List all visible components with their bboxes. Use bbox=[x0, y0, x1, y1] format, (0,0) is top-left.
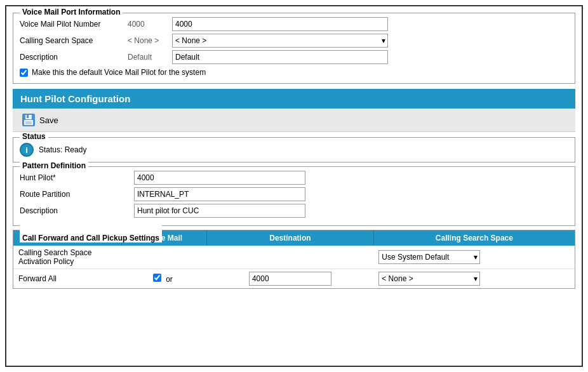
row1-css-cell: Use System Default bbox=[373, 246, 575, 269]
description-label: Description bbox=[20, 53, 128, 62]
pilot-number-input[interactable] bbox=[172, 17, 388, 31]
row1-css-select[interactable]: Use System Default bbox=[378, 250, 480, 264]
row1-label: Calling Search Space Activation Policy bbox=[13, 246, 121, 269]
svg-rect-4 bbox=[25, 121, 32, 124]
or-text: or bbox=[166, 275, 173, 284]
status-section: Status i Status: Ready bbox=[13, 137, 575, 163]
calling-search-space-select[interactable]: < None > bbox=[172, 34, 388, 48]
status-text: Status: Ready bbox=[39, 145, 86, 154]
default-pilot-label: Make this the default Voice Mail Pilot f… bbox=[32, 68, 206, 77]
row2-css-cell: < None > bbox=[373, 269, 575, 289]
pilot-number-label: Voice Mail Pilot Number bbox=[20, 20, 128, 29]
row1-voicemail-cell bbox=[121, 246, 207, 269]
default-pilot-row: Make this the default Voice Mail Pilot f… bbox=[20, 68, 568, 77]
row1-destination-cell bbox=[207, 246, 374, 269]
route-partition-row: Route Partition bbox=[20, 187, 568, 201]
callforward-section: Call Forward and Call Pickup Settings Vo… bbox=[13, 230, 575, 289]
row2-voicemail-cell: or bbox=[121, 269, 207, 289]
toolbar: Save bbox=[13, 109, 575, 132]
row2-css-select-wrapper: < None > bbox=[378, 272, 480, 286]
row1-css-select-wrapper: Use System Default bbox=[378, 250, 480, 264]
hunt-pilot-input[interactable] bbox=[134, 171, 305, 185]
row2-voicemail-checkbox[interactable] bbox=[153, 274, 161, 282]
hunt-pilot-title: Hunt Pilot Configuration bbox=[20, 93, 130, 104]
status-row: i Status: Ready bbox=[20, 143, 568, 157]
save-button[interactable]: Save bbox=[19, 112, 61, 128]
info-icon: i bbox=[20, 143, 34, 157]
calling-search-space-row: Calling Search Space < None > < None > bbox=[20, 34, 568, 48]
save-label: Save bbox=[39, 116, 58, 125]
status-section-title: Status bbox=[20, 132, 48, 141]
hunt-pilot-row: Hunt Pilot* bbox=[20, 171, 568, 185]
description-input[interactable] bbox=[172, 50, 388, 64]
pilot-number-row: Voice Mail Pilot Number 4000 bbox=[20, 17, 568, 31]
pilot-number-default: 4000 bbox=[128, 20, 172, 29]
default-pilot-checkbox[interactable] bbox=[20, 69, 28, 77]
pattern-description-input[interactable] bbox=[134, 204, 305, 218]
row2-destination-input[interactable] bbox=[249, 272, 331, 286]
voicemail-section-title: Voice Mail Port Information bbox=[20, 8, 123, 17]
table-row: Forward All or < None > bbox=[13, 269, 575, 289]
table-row: Calling Search Space Activation Policy U… bbox=[13, 246, 575, 269]
cf-col4-header: Calling Search Space bbox=[373, 230, 575, 246]
row2-destination-cell bbox=[207, 269, 374, 289]
cf-col3-header: Destination bbox=[207, 230, 374, 246]
hunt-pilot-label: Hunt Pilot* bbox=[20, 173, 128, 182]
row2-label: Forward All bbox=[13, 269, 121, 289]
row2-css-select[interactable]: < None > bbox=[378, 272, 480, 286]
pattern-description-row: Description bbox=[20, 204, 568, 218]
calling-search-space-label: Calling Search Space bbox=[20, 36, 128, 45]
main-container: Voice Mail Port Information Voice Mail P… bbox=[5, 5, 583, 367]
route-partition-label: Route Partition bbox=[20, 190, 128, 199]
voicemail-section: Voice Mail Port Information Voice Mail P… bbox=[13, 13, 575, 84]
pattern-section-title: Pattern Definition bbox=[20, 161, 88, 170]
calling-search-space-default: < None > bbox=[128, 36, 172, 45]
description-default: Default bbox=[128, 53, 172, 62]
route-partition-input[interactable] bbox=[134, 187, 305, 201]
pattern-description-label: Description bbox=[20, 206, 128, 215]
hunt-pilot-header: Hunt Pilot Configuration bbox=[13, 89, 575, 109]
callforward-section-title: Call Forward and Call Pickup Settings bbox=[20, 225, 162, 242]
pattern-section: Pattern Definition Hunt Pilot* Route Par… bbox=[13, 166, 575, 226]
save-icon bbox=[22, 113, 36, 127]
description-row: Description Default bbox=[20, 50, 568, 64]
svg-rect-2 bbox=[27, 115, 29, 118]
calling-search-space-select-wrapper: < None > bbox=[172, 34, 388, 48]
